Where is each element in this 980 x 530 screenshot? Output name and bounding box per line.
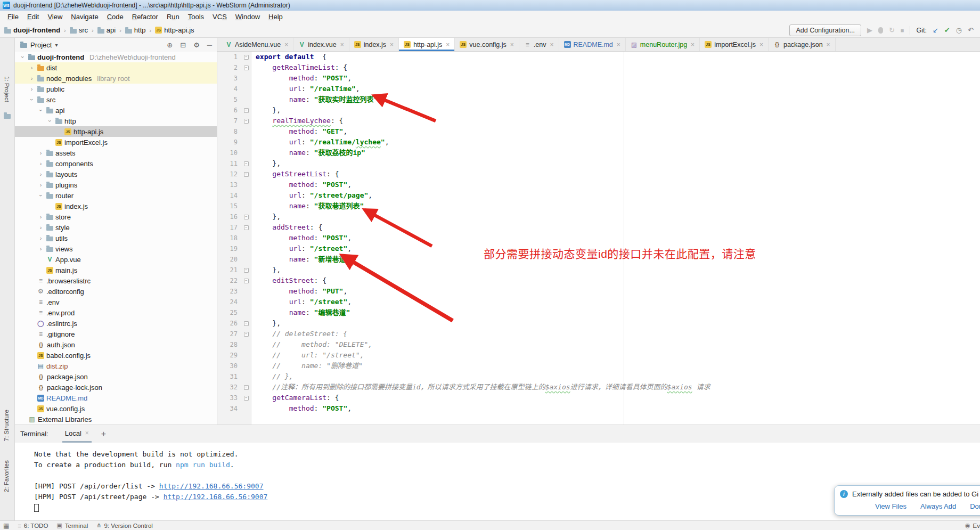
tree-row[interactable]: ▥External Libraries	[15, 414, 217, 425]
editor-tab[interactable]: VAsideMenu.vue×	[220, 38, 293, 51]
tree-row[interactable]: {}package-lock.json	[15, 382, 217, 393]
close-tab-icon[interactable]: ×	[510, 41, 514, 48]
code-editor[interactable]: 1−export default {2− getRealTimeList: {3…	[217, 52, 980, 425]
chevron-right-icon[interactable]: ›	[28, 86, 35, 92]
tree-row[interactable]: JSvue.config.js	[15, 403, 217, 414]
editor-tab[interactable]: {}package.json×	[769, 38, 836, 51]
status-bar-item[interactable]: ▣Terminal	[56, 522, 88, 529]
tree-row[interactable]: JSbabel.config.js	[15, 350, 217, 361]
fold-marker[interactable]: −	[241, 116, 251, 126]
editor-tab[interactable]: MDREADME.md×	[559, 38, 626, 51]
editor-tab[interactable]: Vindex.vue×	[293, 38, 349, 51]
notification-link[interactable]: Don't Ask Agai	[970, 502, 980, 510]
tree-row[interactable]: ≡.browserslistrc	[15, 275, 217, 286]
terminal-tab-local[interactable]: Local ×	[62, 425, 92, 443]
tree-row[interactable]: ›layouts	[15, 169, 217, 180]
tree-row[interactable]: ›store	[15, 211, 217, 222]
tree-row[interactable]: {}auth.json	[15, 339, 217, 350]
fold-marker[interactable]: −	[241, 52, 251, 62]
chevron-right-icon[interactable]: ›	[37, 160, 44, 167]
chevron-right-icon[interactable]: ›	[37, 171, 44, 177]
menu-refactor[interactable]: Refactor	[128, 12, 162, 22]
tree-row[interactable]: ›public	[15, 84, 217, 94]
tree-row[interactable]: JShttp-api.js	[15, 126, 217, 137]
fold-marker[interactable]: −	[241, 62, 251, 73]
sidebar-item-favorites[interactable]: 2: Favorites	[3, 460, 10, 492]
breadcrumb-item[interactable]: api	[97, 26, 116, 34]
close-tab-icon[interactable]: ×	[340, 41, 344, 48]
tree-row[interactable]: ›components	[15, 158, 217, 169]
tree-row[interactable]: ›dist	[15, 62, 217, 73]
fold-marker[interactable]: −	[241, 105, 251, 116]
chevron-right-icon[interactable]: ›	[28, 64, 35, 71]
menu-code[interactable]: Code	[103, 12, 128, 22]
tree-row[interactable]: ⚙.editorconfig	[15, 286, 217, 297]
chevron-down-icon[interactable]: ›	[38, 192, 44, 199]
tree-row[interactable]: ›src	[15, 94, 217, 105]
tree-row[interactable]: ◯.eslintrc.js	[15, 318, 217, 329]
fold-marker[interactable]: −	[241, 265, 251, 275]
tree-row[interactable]: MDREADME.md	[15, 393, 217, 403]
gear-icon[interactable]: ⚙	[193, 41, 200, 49]
fold-marker[interactable]: −	[241, 158, 251, 169]
tree-row[interactable]: ›assets	[15, 148, 217, 158]
menu-tools[interactable]: Tools	[184, 12, 208, 22]
notification-link[interactable]: View Files	[875, 502, 907, 510]
event-log-icon[interactable]: ◉	[965, 522, 970, 529]
menu-run[interactable]: Run	[162, 12, 184, 22]
tree-row[interactable]: {}package.json	[15, 371, 217, 382]
menu-vcs[interactable]: VCS	[208, 12, 231, 22]
fold-marker[interactable]: −	[241, 169, 251, 180]
hide-panel-icon[interactable]: ─	[207, 41, 212, 49]
editor-tab[interactable]: JSindex.js×	[349, 38, 399, 51]
stop-icon[interactable]: ■	[901, 27, 904, 34]
menu-view[interactable]: View	[43, 12, 67, 22]
close-tab-icon[interactable]: ×	[827, 41, 830, 48]
chevron-right-icon[interactable]: ›	[37, 235, 44, 241]
editor-tab[interactable]: JSimportExcel.js×	[700, 38, 769, 51]
tree-row[interactable]: ≡.gitignore	[15, 329, 217, 339]
fold-marker[interactable]: −	[241, 318, 251, 329]
chevron-right-icon[interactable]: ›	[37, 182, 44, 188]
status-bar-item[interactable]: ≡6: TODO	[18, 522, 48, 529]
locate-file-icon[interactable]: ⊕	[167, 41, 173, 49]
tree-row[interactable]: JSindex.js	[15, 201, 217, 211]
close-tab-icon[interactable]: ×	[691, 41, 695, 48]
git-commit-icon[interactable]: ✔	[944, 26, 950, 34]
chevron-down-icon[interactable]: ▾	[55, 42, 58, 48]
breadcrumb-item[interactable]: http	[125, 26, 146, 34]
chevron-down-icon[interactable]: ›	[29, 96, 35, 103]
chevron-down-icon[interactable]: ›	[20, 54, 26, 61]
chevron-right-icon[interactable]: ›	[37, 150, 44, 156]
fold-marker[interactable]: −	[241, 222, 251, 233]
tree-row[interactable]: ▤dist.zip	[15, 361, 217, 371]
collapse-all-icon[interactable]: ⊟	[180, 41, 186, 49]
close-tab-icon[interactable]: ×	[550, 41, 553, 48]
fold-marker[interactable]: −	[241, 329, 251, 339]
tree-row[interactable]: ≡.env.prod	[15, 307, 217, 318]
close-tab-icon[interactable]: ×	[760, 41, 763, 48]
chevron-down-icon[interactable]: ›	[38, 107, 44, 114]
fold-marker[interactable]: −	[241, 211, 251, 222]
close-tab-icon[interactable]: ×	[284, 41, 288, 48]
sidebar-item-structure[interactable]: 7: Structure	[3, 410, 10, 441]
menu-help[interactable]: Help	[264, 12, 287, 22]
tree-row[interactable]: ≡.env	[15, 297, 217, 307]
tree-row[interactable]: JSimportExcel.js	[15, 137, 217, 148]
editor-tab[interactable]: ≡.env×	[519, 38, 559, 51]
debug-icon[interactable]	[878, 27, 883, 34]
project-panel-title[interactable]: Project	[30, 41, 52, 49]
new-terminal-icon[interactable]: +	[101, 429, 106, 439]
menu-edit[interactable]: Edit	[23, 12, 43, 22]
breadcrumb-item[interactable]: duoji-frontend	[4, 26, 60, 34]
run-icon[interactable]: ▶	[867, 26, 872, 34]
tree-row[interactable]: ›api	[15, 105, 217, 116]
breadcrumb-item[interactable]: src	[70, 26, 88, 34]
close-icon[interactable]: ×	[85, 429, 89, 437]
tree-row[interactable]: ›http	[15, 116, 217, 126]
close-tab-icon[interactable]: ×	[390, 41, 394, 48]
notification-link[interactable]: Always Add	[920, 502, 956, 510]
fold-marker[interactable]: −	[241, 382, 251, 393]
rerun-icon[interactable]: ↻	[889, 26, 895, 34]
menu-window[interactable]: Window	[231, 12, 264, 22]
